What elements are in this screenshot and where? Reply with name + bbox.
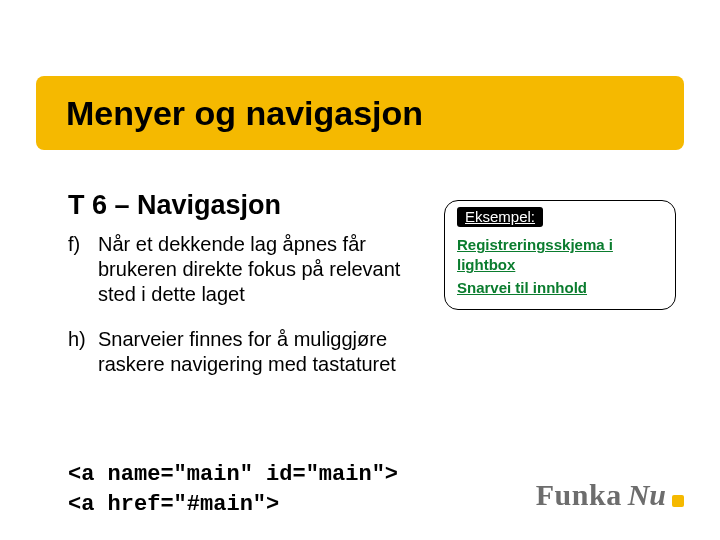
logo-word-1: Funka bbox=[536, 478, 622, 512]
example-label: Eksempel: bbox=[457, 207, 543, 227]
logo-dot-icon bbox=[672, 495, 684, 507]
logo: Funka Nu bbox=[536, 478, 684, 512]
slide-title: Menyer og navigasjon bbox=[66, 94, 423, 133]
list-marker: f) bbox=[68, 232, 98, 307]
slide: Menyer og navigasjon T 6 – Navigasjon f)… bbox=[0, 0, 720, 540]
list-item: h) Snarveier finnes for å muliggjøre ras… bbox=[68, 327, 413, 377]
code-line: <a name="main" id="main"> bbox=[68, 462, 398, 487]
list-item: f) Når et dekkende lag åpnes får brukere… bbox=[68, 232, 413, 307]
list-text: Snarveier finnes for å muliggjøre rasker… bbox=[98, 327, 413, 377]
subheading: T 6 – Navigasjon bbox=[68, 190, 281, 221]
content-list: f) Når et dekkende lag åpnes får brukere… bbox=[68, 232, 413, 397]
list-text: Når et dekkende lag åpnes får brukeren d… bbox=[98, 232, 413, 307]
code-block: <a name="main" id="main"> <a href="#main… bbox=[68, 460, 398, 519]
example-link[interactable]: Registreringsskjema i lightbox bbox=[457, 235, 663, 276]
code-line: <a href="#main"> bbox=[68, 492, 279, 517]
title-bar: Menyer og navigasjon bbox=[36, 76, 684, 150]
list-marker: h) bbox=[68, 327, 98, 377]
example-link[interactable]: Snarvei til innhold bbox=[457, 278, 663, 298]
example-box: Eksempel: Registreringsskjema i lightbox… bbox=[444, 200, 676, 310]
logo-word-2: Nu bbox=[628, 478, 666, 512]
